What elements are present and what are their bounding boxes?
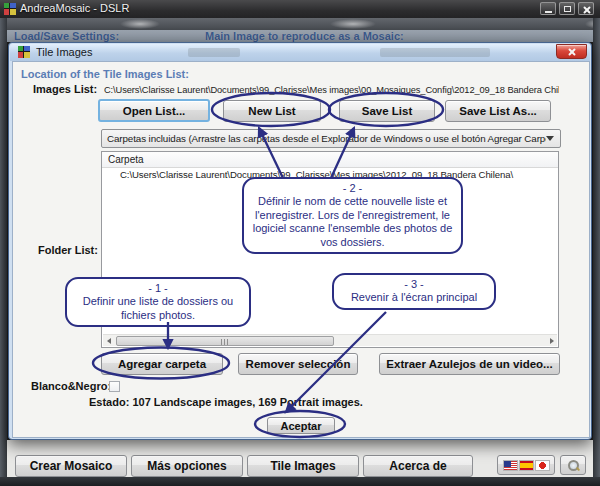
dialog-mosaic-icon [18,46,30,58]
images-list-path: C:\Users\Clarisse Laurent\Documents\99_C… [104,85,559,95]
maximize-button[interactable] [559,2,575,15]
estado-line: Estado: 107 Landscape images, 169 Portra… [89,396,363,408]
arrow-right-icon [550,338,554,344]
scrollbar-grip-icon [221,339,229,345]
callout-1-text: Definir une liste de dossiers ou fichier… [74,295,242,322]
list-column-header[interactable]: Carpeta [102,152,558,168]
remover-seleccion-button[interactable]: Remover selección [238,353,358,375]
close-icon [566,47,578,57]
close-icon [581,4,593,15]
window-border-left [0,18,7,486]
save-list-as-button[interactable]: Save List As... [445,100,551,122]
crear-mosaico-button[interactable]: Crear Mosaico [15,455,127,477]
images-list-label: Images List: [33,83,97,95]
main-image-label: Main Image to reproduce as a Mosaic: [205,30,404,42]
open-list-button[interactable]: Open List... [98,99,210,122]
window-titlebar: AndreaMosaic - DSLR [0,0,600,18]
acerca-de-button[interactable]: Acerca de [363,455,473,477]
dialog-titlebar: Tile Images [10,44,590,61]
callout-2-text: Définir le nom de cette nouvelle liste e… [251,195,454,249]
estado-value: 107 Landscape images, 169 Portrait image… [132,396,363,408]
window-title: AndreaMosaic - DSLR [20,2,129,14]
chevron-down-icon [546,136,554,141]
window-close-button[interactable] [578,2,594,15]
minimize-button[interactable] [540,2,556,15]
app-mosaic-icon [4,3,16,15]
magnifier-icon [568,460,578,470]
dialog-title: Tile Images [36,46,92,58]
callout-3-title: - 3 - [341,278,487,291]
callout-2: - 2 - Définir le nom de cette nouvelle l… [242,177,463,254]
callout-3-text: Revenir à l'écran principal [341,291,487,304]
aceptar-button[interactable]: Aceptar [267,417,335,434]
glass-strip [0,18,600,30]
spain-flag-icon [519,460,534,471]
glass-reflection [330,19,376,29]
titlebar-blur-artifact [380,48,490,57]
screen: AndreaMosaic - DSLR Load/Save Settings: … [0,0,600,486]
callout-1-title: - 1 - [74,282,242,295]
blanco-negro-checkbox[interactable] [109,381,120,392]
folder-mode-dropdown[interactable]: Carpetas incluidas (Arrastre las carpeta… [101,129,561,148]
glass-reflection [120,19,160,29]
scrollbar-thumb[interactable] [116,336,334,346]
agregar-carpeta-button[interactable]: Agregar carpeta [101,353,223,375]
callout-2-title: - 2 - [251,182,454,195]
folder-mode-selected: Carpetas incluidas (Arrastre las carpeta… [102,133,546,144]
scroll-left-button[interactable] [103,336,114,346]
new-list-button[interactable]: New List [223,100,321,122]
tile-images-button[interactable]: Tile Images [247,455,359,477]
location-header: Location of the Tile Images List: [21,68,189,80]
horizontal-scrollbar[interactable] [103,334,557,346]
language-flags-button[interactable] [497,455,555,475]
blanco-negro-label: Blanco&Negro: [31,380,111,392]
callout-1: - 1 - Definir une liste de dossiers ou f… [65,277,251,327]
folder-list-label: Folder List: [38,244,98,256]
search-button[interactable] [560,455,586,475]
estado-label: Estado: [89,396,129,408]
japan-flag-icon [535,460,550,471]
extraer-azulejos-button[interactable]: Extraer Azulejos de un video... [379,353,560,375]
minimize-icon [545,11,552,13]
callout-3: - 3 - Revenir à l'écran principal [332,273,496,310]
mas-opciones-button[interactable]: Más opciones [131,455,243,477]
dialog-close-button[interactable] [556,44,587,59]
titlebar-blur-artifact [188,48,240,57]
us-flag-icon [503,460,518,471]
list-column-header-label: Carpeta [108,154,144,165]
window-border-bottom [0,477,600,486]
maximize-icon [564,6,571,12]
scroll-right-button[interactable] [546,336,557,346]
save-list-button[interactable]: Save List [339,100,435,122]
window-border-right [593,18,600,486]
load-save-settings-label: Load/Save Settings: [14,30,119,42]
arrow-left-icon [107,338,111,344]
